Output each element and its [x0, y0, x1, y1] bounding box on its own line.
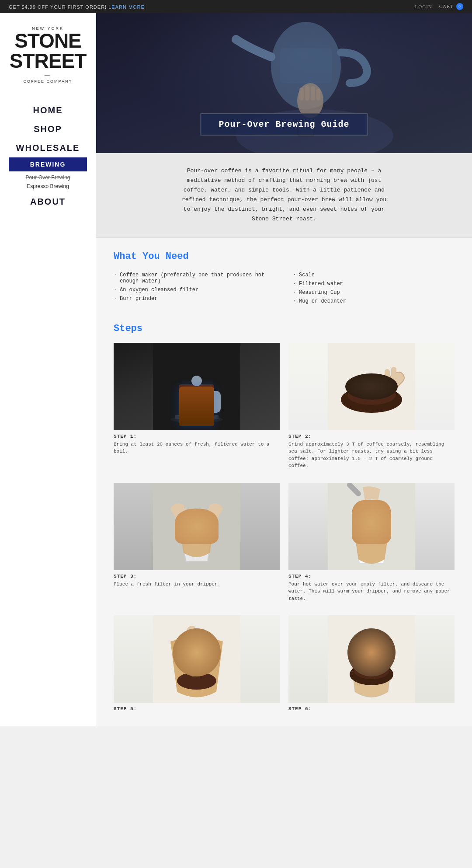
svg-point-37	[369, 665, 382, 672]
step-4-image	[288, 483, 455, 570]
step-4: STEP 4: Pour hot water over your empty f…	[288, 483, 455, 603]
need-item-7: Mug or decanter	[293, 297, 455, 306]
sidebar: NEW YORK STONE STREET — COFFEE COMPANY H…	[0, 13, 96, 726]
svg-rect-3	[280, 48, 332, 83]
svg-point-32	[187, 636, 200, 645]
logo-area: NEW YORK STONE STREET — COFFEE COMPANY	[0, 22, 96, 92]
nav-shop[interactable]: SHOP	[0, 120, 96, 139]
steps-grid: STEP 1: Bring at least 20 ounces of fres…	[114, 343, 455, 714]
svg-point-30	[177, 672, 216, 690]
svg-rect-9	[311, 86, 315, 101]
step-5: STEP 5:	[114, 615, 280, 713]
need-item-5: Filtered water	[293, 279, 455, 288]
step-3-label: STEP 3:	[114, 574, 280, 579]
cart-link[interactable]: CART 0	[439, 3, 463, 10]
hero-title: Pour-Over Brewing Guide	[219, 119, 349, 129]
step-4-svg	[288, 483, 455, 570]
steps-title: Steps	[114, 323, 455, 334]
need-item-4: Scale	[293, 271, 455, 279]
step-3: STEP 3: Place a fresh filter in your dri…	[114, 483, 280, 603]
step-1-desc: Bring at least 20 ounces of fresh, filte…	[114, 441, 280, 455]
needs-left: Coffee maker (preferably one that produc…	[114, 271, 275, 306]
page-wrapper: NEW YORK STONE STREET — COFFEE COMPANY H…	[0, 13, 472, 726]
svg-point-18	[185, 413, 191, 420]
svg-point-20	[203, 413, 208, 420]
svg-rect-26	[391, 367, 396, 387]
intro-text: Pour-over coffee is a favorite ritual fo…	[179, 166, 389, 224]
step-6-image	[288, 615, 455, 703]
step-3-svg	[114, 483, 280, 570]
step-1-label: STEP 1:	[114, 434, 280, 439]
nav-about[interactable]: ABOUT	[0, 192, 96, 211]
step-6: STEP 6:	[288, 615, 455, 713]
step-6-svg	[288, 615, 455, 703]
step-1-image	[114, 343, 280, 430]
cart-badge: 0	[456, 3, 463, 10]
hero-title-box: Pour-Over Brewing Guide	[200, 113, 368, 136]
step-2-svg	[288, 343, 455, 430]
need-item-2: An oxygen cleansed filter	[114, 286, 275, 294]
top-bar: GET $4.99 OFF YOUR FIRST ORDER! LEARN MO…	[0, 0, 472, 13]
learn-more-link[interactable]: LEARN MORE	[108, 4, 145, 10]
what-you-need-title: What You Need	[114, 251, 455, 262]
top-right-nav: LOGIN CART 0	[415, 3, 463, 10]
svg-rect-12	[184, 387, 210, 417]
step-2-image	[288, 343, 455, 430]
step-5-label: STEP 5:	[114, 706, 280, 711]
svg-point-14	[191, 376, 202, 386]
hero-section: Pour-Over Brewing Guide	[96, 13, 472, 153]
svg-point-33	[188, 638, 198, 644]
step-4-label: STEP 4:	[288, 574, 455, 579]
svg-rect-31	[191, 641, 195, 676]
svg-point-19	[194, 413, 199, 420]
step-2-label: STEP 2:	[288, 434, 455, 439]
svg-point-36	[354, 663, 389, 679]
sub-nav: Pour-Over Brewing Espresso Brewing	[0, 171, 96, 192]
promo-text: GET $4.99 OFF YOUR FIRST ORDER!	[9, 4, 107, 10]
step-6-label: STEP 6:	[288, 706, 455, 711]
main-content: Pour-Over Brewing Guide Pour-over coffee…	[96, 13, 472, 726]
need-item-3: Burr grinder	[114, 294, 275, 303]
needs-grid: Coffee maker (preferably one that produc…	[114, 271, 455, 306]
step-5-image	[114, 615, 280, 703]
svg-rect-21	[328, 343, 415, 430]
intro-section: Pour-over coffee is a favorite ritual fo…	[96, 153, 472, 237]
svg-point-24	[354, 385, 389, 398]
svg-rect-15	[210, 391, 221, 413]
step-2-desc: Grind approximately 3 T of coffee coarse…	[288, 441, 455, 470]
need-item-6: Measuring Cup	[293, 288, 455, 297]
logo-dash: —	[9, 72, 87, 78]
promo-area: GET $4.99 OFF YOUR FIRST ORDER! LEARN MO…	[9, 3, 145, 10]
nav-menu: HOME SHOP WHOLESALE BREWING Pour-Over Br…	[0, 101, 96, 211]
what-you-need-section: What You Need Coffee maker (preferably o…	[96, 238, 472, 319]
svg-rect-7	[299, 87, 304, 101]
needs-right: Scale Filtered water Measuring Cup Mug o…	[293, 271, 455, 306]
logo-coffee: COFFEE COMPANY	[9, 79, 87, 84]
svg-rect-11	[153, 343, 240, 430]
sub-nav-espresso[interactable]: Espresso Brewing	[0, 182, 96, 191]
svg-point-23	[347, 386, 396, 405]
nav-wholesale[interactable]: WHOLESALE	[0, 139, 96, 157]
step-1: STEP 1: Bring at least 20 ounces of fres…	[114, 343, 280, 470]
steps-section: Steps	[96, 319, 472, 727]
sub-nav-pour-over[interactable]: Pour-Over Brewing	[0, 173, 96, 182]
svg-rect-8	[305, 85, 309, 101]
step-2: STEP 2: Grind approximately 3 T of coffe…	[288, 343, 455, 470]
svg-rect-17	[175, 415, 219, 419]
svg-rect-25	[385, 369, 390, 387]
need-item-1: Coffee maker (preferably one that produc…	[114, 271, 275, 286]
nav-brewing[interactable]: BREWING	[9, 157, 87, 171]
svg-rect-10	[316, 88, 320, 101]
step-3-image	[114, 483, 280, 570]
login-link[interactable]: LOGIN	[415, 4, 432, 9]
logo-main: STONE STREET	[9, 31, 87, 71]
step-1-svg	[114, 343, 280, 430]
nav-home[interactable]: HOME	[0, 101, 96, 120]
step-4-desc: Pour hot water over your empty filter, a…	[288, 581, 455, 603]
step-3-desc: Place a fresh filter in your dripper.	[114, 581, 280, 588]
step-5-svg	[114, 615, 280, 703]
